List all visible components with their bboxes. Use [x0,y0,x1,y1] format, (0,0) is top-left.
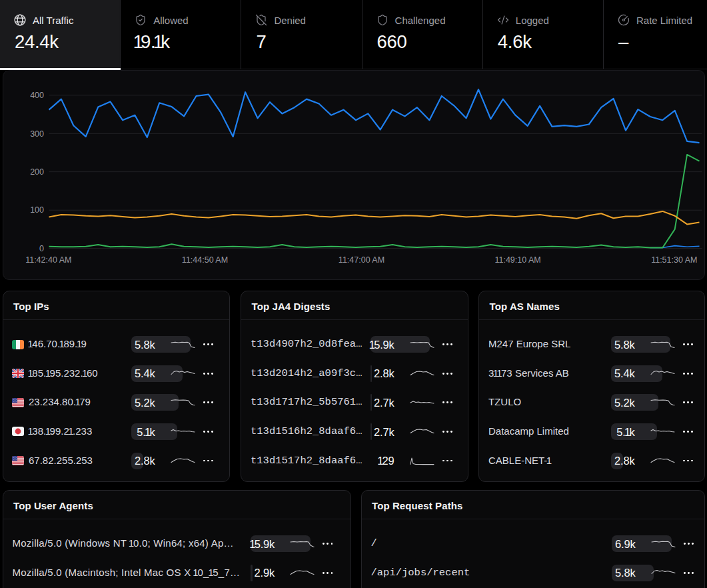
svg-text:11:44:50 AM: 11:44:50 AM [181,255,227,265]
svg-text:0: 0 [39,243,44,253]
svg-text:11:47:00 AM: 11:47:00 AM [338,255,384,265]
svg-text:11:49:10 AM: 11:49:10 AM [494,255,540,265]
svg-text:11:51:30 AM: 11:51:30 AM [651,255,697,265]
svg-text:11:42:40 AM: 11:42:40 AM [25,255,71,265]
svg-text:400: 400 [30,91,44,100]
svg-text:200: 200 [30,167,44,176]
svg-text:100: 100 [30,205,44,215]
svg-text:300: 300 [30,129,44,138]
